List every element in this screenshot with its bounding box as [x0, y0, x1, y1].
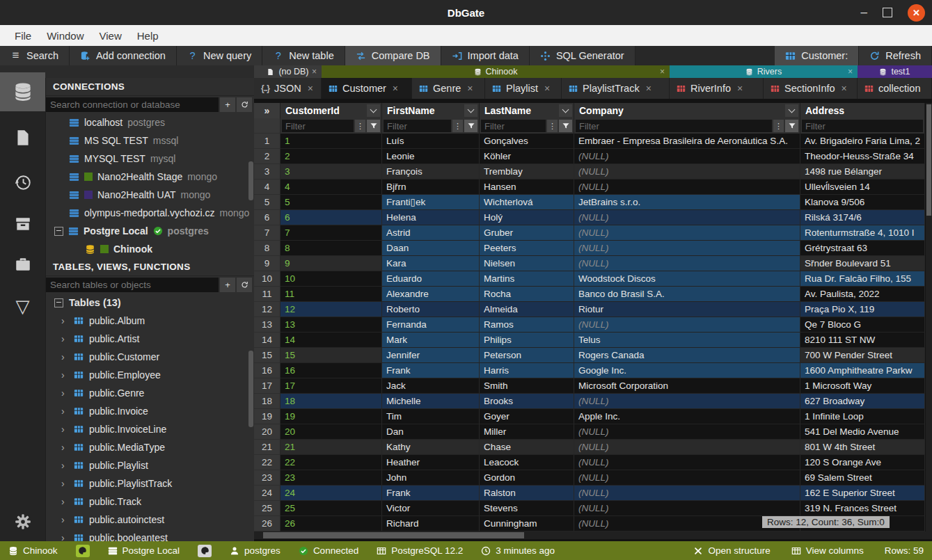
grid-cell[interactable]: Rilská 3174/6	[800, 210, 925, 225]
grid-cell[interactable]: Klanova 9/506	[800, 195, 925, 210]
grid-cell[interactable]: Franti▯ek	[382, 195, 480, 210]
close-icon[interactable]: ×	[848, 67, 853, 77]
status-item-view-columns[interactable]: View columns	[791, 545, 864, 556]
grid-cell[interactable]: (NULL)	[574, 501, 800, 516]
grid-cell[interactable]: Martins	[480, 271, 574, 287]
chevron-down-icon[interactable]	[464, 104, 477, 117]
grid-cell[interactable]: Kara	[382, 256, 480, 271]
table-item-public-employee[interactable]: ›public.Employee	[46, 366, 254, 384]
grid-cell[interactable]: Leacock	[480, 455, 574, 470]
grid-cell[interactable]: 1498 rue Bélanger	[800, 164, 925, 179]
grid-cell[interactable]: Qe 7 Bloco G	[800, 317, 925, 333]
dots-menu-icon[interactable]: ⋮	[773, 120, 784, 132]
grid-cell[interactable]: Heather	[382, 455, 480, 470]
toolbar-button-new-query[interactable]: ?New query	[177, 46, 262, 65]
grid-cell[interactable]: Peeters	[480, 241, 574, 256]
grid-cell[interactable]: 8210 111 ST NW	[800, 333, 925, 348]
row-number[interactable]: 5	[254, 195, 281, 210]
grid-cell[interactable]: Victor	[382, 501, 480, 516]
grid-cell[interactable]: Luís	[382, 134, 480, 149]
close-icon[interactable]: ×	[646, 83, 651, 94]
grid-cell[interactable]: 12	[281, 302, 382, 317]
toolbar-button-refresh[interactable]: Refresh	[859, 46, 932, 65]
grid-cell[interactable]: Mark	[382, 333, 480, 348]
close-icon[interactable]: ×	[737, 83, 743, 94]
grid-cell[interactable]: Brooks	[480, 394, 574, 409]
grid-cell[interactable]: 162 E Superior Street	[800, 486, 925, 501]
grid-cell[interactable]: Cunningham	[480, 516, 574, 531]
grid-cell[interactable]: Roberto	[382, 302, 480, 317]
grid-cell[interactable]: Peterson	[480, 348, 574, 363]
tab-group-rivers[interactable]: Rivers×	[670, 65, 858, 78]
chevron-right-icon[interactable]: ›	[61, 406, 68, 417]
collapse-icon[interactable]	[54, 227, 63, 236]
grid-cell[interactable]: Frank	[382, 363, 480, 378]
table-item-public-artist[interactable]: ›public.Artist	[46, 330, 254, 348]
toolbar-button-add-connection[interactable]: Add connection	[70, 46, 177, 65]
table-item-public-mediatype[interactable]: ›public.MediaType	[46, 438, 254, 456]
row-number[interactable]: 13	[254, 317, 281, 333]
chevron-right-icon[interactable]: ›	[61, 333, 68, 344]
connection-item-olympus-medportal-vychozi-cz[interactable]: olympus-medportal.vychozi.czmongo	[46, 204, 254, 222]
connection-item-mysql-test[interactable]: MYSQL TESTmysql	[46, 150, 254, 168]
grid-cell[interactable]: Theodor-Heuss-Straße 34	[800, 149, 925, 164]
chevron-down-icon[interactable]	[785, 104, 798, 117]
grid-cell[interactable]: Ralston	[480, 486, 574, 501]
grid-cell[interactable]: 1600 Amphitheatre Parkw	[800, 363, 925, 378]
grid-cell[interactable]: Riotur	[574, 302, 800, 317]
table-item-public-autoinctest[interactable]: ›public.autoinctest	[46, 511, 254, 529]
grid-cell[interactable]: Smith	[480, 378, 574, 394]
plus-icon[interactable]: +	[220, 278, 235, 292]
tab-playlist[interactable]: Playlist×	[485, 78, 562, 99]
grid-cell[interactable]: 24	[281, 486, 382, 501]
plus-icon[interactable]: +	[220, 97, 235, 112]
grid-cell[interactable]: (NULL)	[574, 455, 800, 470]
grid-cell[interactable]: Miller	[480, 424, 574, 440]
grid-cell[interactable]: 20	[281, 424, 382, 440]
grid-cell[interactable]: 69 Salem Street	[800, 470, 925, 486]
table-item-public-playlist[interactable]: ›public.Playlist	[46, 456, 254, 474]
rail-item-funnel-rail-icon[interactable]: ▽	[0, 287, 45, 326]
chevron-right-icon[interactable]: ›	[61, 424, 68, 435]
grid-cell[interactable]: Kathy	[382, 440, 480, 455]
row-number[interactable]: 26	[254, 516, 281, 531]
toolbar-button-search[interactable]: ≡Search	[0, 46, 70, 65]
grid-cell[interactable]: Woodstock Discos	[574, 271, 800, 287]
tab-group-test1[interactable]: test1	[858, 65, 932, 78]
rail-item-history-icon[interactable]	[0, 163, 45, 202]
palette-icon[interactable]	[198, 545, 212, 557]
chevron-right-icon[interactable]: ›	[61, 369, 68, 381]
grid-cell[interactable]: Microsoft Corporation	[574, 378, 800, 394]
toolbar-button-customer-[interactable]: Customer:	[775, 46, 859, 65]
grid-cell[interactable]: Wichterlová	[480, 195, 574, 210]
grid-cell[interactable]: Alexandre	[382, 287, 480, 302]
grid-cell[interactable]: Goyer	[480, 409, 574, 424]
grid-cell[interactable]: John	[382, 470, 480, 486]
grid-cell[interactable]: (NULL)	[574, 179, 800, 195]
toolbar-button-import-data[interactable]: Import data	[441, 46, 530, 65]
grid-cell[interactable]: 700 W Pender Street	[800, 348, 925, 363]
connection-item-nano2health-uat[interactable]: Nano2Health UATmongo	[46, 186, 254, 204]
connection-item-nano2health-stage[interactable]: Nano2Health Stagemongo	[46, 168, 254, 186]
tab-sectioninfo[interactable]: SectionInfo×	[764, 78, 858, 99]
table-item-public-genre[interactable]: ›public.Genre	[46, 384, 254, 402]
rail-item-briefcase-icon[interactable]	[0, 245, 45, 284]
rail-item-database-icon[interactable]	[0, 72, 45, 111]
table-item-public-booleantest[interactable]: ›public.booleantest	[46, 529, 254, 541]
grid-cell[interactable]: Harris	[480, 363, 574, 378]
table-item-public-playlisttrack[interactable]: ›public.PlaylistTrack	[46, 474, 254, 493]
grid-cell[interactable]: Rogers Canada	[574, 348, 800, 363]
grid-cell[interactable]: 26	[281, 516, 382, 531]
grid-cell[interactable]: Philips	[480, 333, 574, 348]
row-number[interactable]: 9	[254, 256, 281, 271]
tab-customer[interactable]: Customer×	[322, 78, 412, 99]
grid-cell[interactable]: 17	[281, 378, 382, 394]
grid-cell[interactable]: 5	[281, 195, 382, 210]
row-number[interactable]: 7	[254, 225, 281, 241]
grid-cell[interactable]: Sřnder Boulevard 51	[800, 256, 925, 271]
grid-cell[interactable]: Grétrystraat 63	[800, 241, 925, 256]
status-item-open-structure[interactable]: Open structure	[693, 545, 770, 556]
column-header-firstname[interactable]: FirstName	[382, 103, 480, 118]
connection-search-input[interactable]: Search connection or database	[46, 97, 219, 112]
grid-cell[interactable]: 1 Microsoft Way	[800, 378, 925, 394]
